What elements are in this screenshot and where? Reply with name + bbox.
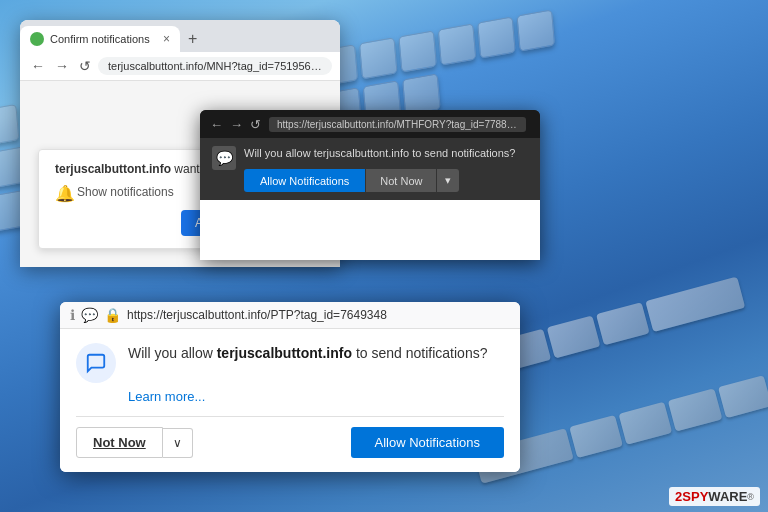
ff2-notnow-button[interactable]: Not Now [76,427,163,458]
address-field[interactable]: terjuscalbuttont.info/MNH?tag_id=7519568… [98,57,332,75]
chrome-tab[interactable]: Confirm notifications × [20,26,180,52]
info-icon: ℹ [70,307,75,323]
tab-title: Confirm notifications [50,33,150,45]
ff2-notification-box: Will you allow terjuscalbuttont.info to … [60,329,520,472]
ff2-question-text: Will you allow terjuscalbuttont.info to … [128,343,487,364]
ff-forward-button[interactable]: → [228,117,245,132]
back-button[interactable]: ← [28,56,48,76]
ff-action-buttons: Allow Notifications Not Now ▾ [244,169,515,192]
refresh-button[interactable]: ↺ [76,56,94,76]
ff-dialog-text-content: Will you allow terjuscalbuttont.info to … [244,147,515,159]
tab-favicon [30,32,44,46]
watermark-ware: WARE [708,489,747,504]
ff2-allow-button[interactable]: Allow Notifications [351,427,505,458]
ff2-address-bar: ℹ 💬 🔒 https://terjuscalbuttont.info/PTP?… [60,302,520,329]
question-part1: Will you allow [128,345,217,361]
tab-close-button[interactable]: × [163,32,170,46]
firefox-main-notification-popup: ℹ 💬 🔒 https://terjuscalbuttont.info/PTP?… [60,302,520,472]
firefox-address-field[interactable]: https://terjuscalbuttont.info/MTHFORY?ta… [269,117,526,132]
ff-back-button[interactable]: ← [208,117,225,132]
new-tab-button[interactable]: + [180,26,205,52]
ff2-action-row: Not Now ∨ Allow Notifications [76,416,504,458]
ff-refresh-button[interactable]: ↺ [248,117,263,132]
learn-more-link[interactable]: Learn more... [128,389,504,404]
comment-icon: 💬 [81,307,98,323]
firefox-content: 💬 Will you allow terjuscalbuttont.info t… [200,138,540,260]
ff2-dropdown-button[interactable]: ∨ [163,428,193,458]
firefox-notification-bar: 💬 Will you allow terjuscalbuttont.info t… [200,138,540,200]
ff-allow-button[interactable]: Allow Notifications [244,169,365,192]
firefox-notification-popup: ← → ↺ https://terjuscalbuttont.info/MTHF… [200,110,540,260]
chrome-address-bar: ← → ↺ terjuscalbuttont.info/MNH?tag_id=7… [20,52,340,81]
question-bold: terjuscalbuttont.info [217,345,352,361]
firefox-tab-bar: ← → ↺ https://terjuscalbuttont.info/MTHF… [200,110,540,138]
ff-dialog-text: Will you allow terjuscalbuttont.info to … [244,146,515,161]
ff-dialog-content: Will you allow terjuscalbuttont.info to … [244,146,515,192]
dialog-show-notifications: Show notifications [77,185,174,199]
dialog-site: terjuscalbuttont.info [55,162,174,176]
watermark-2spy: 2SPY [675,489,708,504]
bell-icon: 🔔 [55,184,71,200]
watermark-registered: ® [747,492,754,502]
chrome-tab-bar: Confirm notifications × + [20,20,340,52]
ff2-url-field[interactable]: https://terjuscalbuttont.info/PTP?tag_id… [127,308,510,322]
ff-dropdown-button[interactable]: ▾ [437,169,459,192]
lock-icon: 🔒 [104,307,121,323]
ff-dialog-icon: 💬 [212,146,236,170]
watermark: 2SPYWARE® [669,487,760,506]
ff-notnow-button[interactable]: Not Now [366,169,436,192]
question-part2: to send notifications? [352,345,487,361]
firefox-nav-buttons: ← → ↺ [208,117,263,132]
ff2-top-row: Will you allow terjuscalbuttont.info to … [76,343,504,383]
ff2-dialog-icon [76,343,116,383]
ff-page-area [200,200,540,260]
forward-button[interactable]: → [52,56,72,76]
